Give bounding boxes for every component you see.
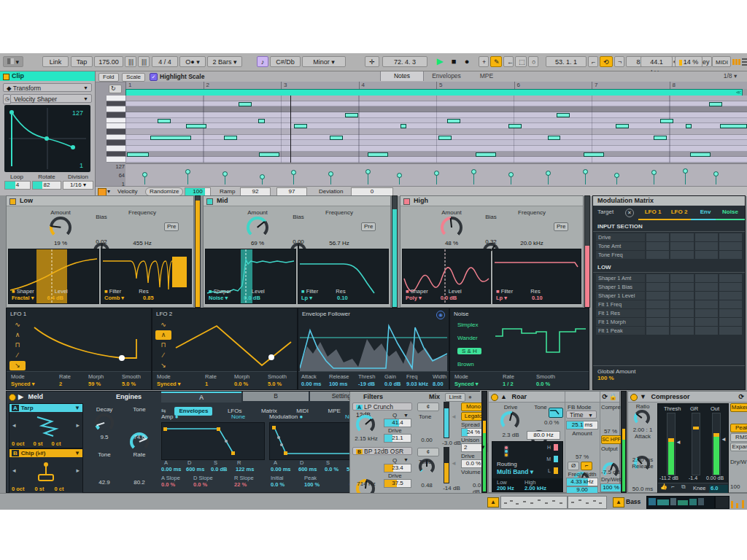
clip-title-bar[interactable]: Clip [0,71,95,81]
subtab-envelopes[interactable]: Envelopes [174,407,212,416]
audio-thumbnail[interactable] [646,496,715,509]
grid-size-menu[interactable]: 1/8 ▾ [718,71,743,81]
midi-note[interactable] [368,152,388,157]
matrix-cell[interactable] [719,318,742,326]
filter-a-type-menu[interactable]: ALP Crunch 12dB▼ [352,402,412,411]
piano-key[interactable] [107,157,125,163]
clip-thumbnail[interactable] [500,496,568,509]
tab-b[interactable]: B [243,392,309,401]
piano-key[interactable] [107,96,125,101]
midi-map-button[interactable]: MIDI [712,56,731,67]
midi-note[interactable] [438,136,452,140]
midi-note[interactable] [557,113,570,117]
lfo-shape-sine-icon[interactable]: ∿ [155,320,171,330]
matrix-cell[interactable] [719,274,742,282]
matrix-cell[interactable] [670,292,693,300]
next-engine-icon[interactable]: ▸ [76,467,80,474]
routing-menu[interactable]: Multi Band ▾ [497,468,533,475]
matrix-cell[interactable] [670,233,693,241]
velocity-marker[interactable] [399,175,400,184]
matrix-cell[interactable] [695,283,718,291]
loop-toggle-icon[interactable]: ↻ [109,85,122,93]
piano-key[interactable] [107,129,125,135]
matrix-cell[interactable] [670,251,693,259]
velocity-marker[interactable] [616,175,617,184]
rate-value[interactable]: 2 [59,381,62,387]
global-amount-value[interactable]: 100 % [597,375,740,381]
meld-title-bar[interactable]: ▶ Meld Engines [7,392,160,402]
lfo1-curve[interactable] [28,317,148,371]
matrix-col-noise[interactable]: Noise [716,206,745,220]
lfo-shape-sawdown-icon[interactable]: ↘ [155,361,171,370]
lfo-shape-square-icon[interactable]: ⊓ [9,341,26,350]
drywet-field[interactable]: 100 % [600,483,622,492]
midi-note[interactable] [548,136,561,140]
nudge-down-icon[interactable]: ||| [125,56,136,67]
warning-triangle-icon[interactable]: ▲ [487,497,499,508]
filter-display[interactable]: ■ FilterRes Lp ▾0.10 [492,249,581,304]
band-header[interactable]: High [400,196,583,206]
mix-b-volume-slider[interactable] [444,447,449,483]
band-activator[interactable] [9,198,16,205]
warning-triangle-icon[interactable]: ▲ [613,497,624,508]
arrangement-position-field[interactable]: 72. 4. 3 [382,56,427,67]
velocity-marker[interactable] [368,171,368,184]
midi-note[interactable] [508,124,522,128]
midi-note[interactable] [720,124,747,128]
back-to-arrangement-icon[interactable]: ← [503,56,514,67]
hot-swap-icon[interactable]: ⟳ [602,392,608,402]
division-menu[interactable]: 1/16 ▾ [63,181,93,190]
follow-icon[interactable]: ✛ [365,56,379,67]
xover-low-value[interactable]: 200 Hz [497,485,514,491]
tap-tempo-button[interactable]: Tap [71,56,93,67]
lfo-shape-sawup-icon[interactable]: ∕ [155,351,171,360]
lock-icon[interactable]: 🔒 [609,392,617,402]
gain-value[interactable]: 0.0 dB [384,381,401,387]
release-value[interactable]: 100 ms [329,381,347,387]
filter-a-q-field[interactable]: 41.4 [384,419,411,427]
matrix-cell[interactable] [719,283,742,291]
tab-a[interactable]: A [161,392,241,402]
lfo-shape-sawup-icon[interactable]: ∕ [9,351,26,360]
velocity-shaper-display[interactable]: 127 1 [4,105,90,172]
tone-filter-icon[interactable] [549,408,563,418]
meter-display-icon[interactable] [731,498,744,510]
makeup-button[interactable]: Makeup [730,403,747,412]
filter-b-type-menu[interactable]: BBP 12dB OSR▼ [352,447,412,455]
shaper-display[interactable]: ■ ShaperLevel Fractal ▾6.4 dB [8,249,99,304]
sidechain-icon[interactable]: ⧉ [681,483,686,491]
smooth-value[interactable]: 0.0 % [536,381,550,387]
phase-invert-button[interactable]: Ø [568,462,579,470]
fb-mode-menu[interactable]: Time▼ [566,411,597,419]
lfo2-curve[interactable] [174,317,294,371]
new-midi-icon[interactable]: + [479,56,489,67]
matrix-cell[interactable] [695,309,718,317]
piano-key[interactable] [107,146,125,152]
matrix-cell[interactable] [646,318,669,326]
loop-button[interactable]: ⟲ [600,56,613,67]
midi-note[interactable] [258,119,265,123]
matrix-cell[interactable] [670,327,693,335]
matrix-cell[interactable] [646,242,669,250]
subtab-mpe[interactable]: MPE [324,407,345,416]
cpu-meter-field[interactable]: 14 % ▾ [675,56,703,67]
noise-display[interactable] [494,319,587,371]
freq-value[interactable]: 9.03 kHz [406,381,428,387]
punch-out-icon[interactable]: ¬ [614,56,624,67]
expand-icon[interactable]: ▶ [18,393,23,400]
noise-option-simplex[interactable]: Simplex [457,322,478,328]
midi-note[interactable] [345,113,358,117]
morph-value[interactable]: 0.0 % [234,381,248,387]
attack-value[interactable]: 0.00 ms [301,381,322,387]
mode-value[interactable]: Synced ▾ [454,381,479,387]
matrix-cell[interactable] [695,233,718,241]
tab-envelopes[interactable]: Envelopes [424,71,469,81]
device-activator[interactable] [630,394,638,401]
lfo-shape-triangle-icon[interactable]: ∧ [9,330,26,340]
filter-display[interactable]: ■ FilterRes Comb ▾0.85 [101,249,192,304]
env-follower-display[interactable] [300,319,447,371]
mix-a-slider-handle[interactable]: ◄ [451,413,457,420]
midi-note[interactable] [476,152,496,157]
midi-note[interactable] [447,119,460,123]
matrix-cell[interactable] [719,292,742,300]
